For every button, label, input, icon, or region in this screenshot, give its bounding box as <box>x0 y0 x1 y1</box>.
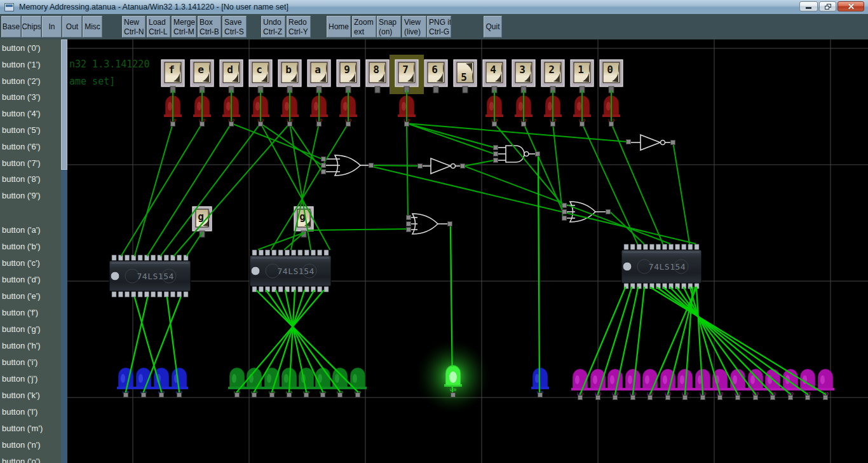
sidebar-item-button-7[interactable]: button ('7') <box>2 158 41 171</box>
led-magenta-11[interactable]: LED <box>764 369 782 396</box>
toolbar-button-in[interactable]: In <box>42 16 62 38</box>
sidebar-scrollbar-track[interactable] <box>61 39 67 463</box>
toolbar-button-label: In <box>48 22 55 32</box>
sidebar-item-button-f[interactable]: button ('f') <box>2 308 38 321</box>
toolbar-button-shortcut: Ctrl-M <box>173 27 194 37</box>
sidebar-item-button-4[interactable]: button ('4') <box>2 109 41 121</box>
switch-f[interactable]: f <box>161 60 184 93</box>
nand-gate-2[interactable] <box>496 146 538 162</box>
toolbar-button-box[interactable]: BoxCtrl-B <box>198 16 221 38</box>
not-gate-3[interactable] <box>628 135 673 150</box>
switch-label: 8 <box>373 64 379 76</box>
sidebar-item-button-5[interactable]: button ('5') <box>2 125 41 138</box>
switch-2[interactable]: 2 <box>541 60 564 93</box>
chip-74ls154-2[interactable]: 74LS154 <box>621 244 702 289</box>
not-gate-1[interactable] <box>420 158 463 174</box>
toolbar-button-out[interactable]: Out <box>62 16 82 38</box>
toolbar-button-label: Merge <box>173 18 194 27</box>
sidebar-item-button-0[interactable]: button ('0') <box>2 43 41 56</box>
title-bar[interactable]: Memory Addressing.atanua - Atanua/Win32 … <box>0 0 868 15</box>
toolbar-button-shortcut: Ctrl-N <box>124 27 144 37</box>
chip-74ls154-0[interactable]: 74LS154 <box>109 255 191 297</box>
sidebar-item-button-3[interactable]: button ('3') <box>2 92 41 105</box>
toolbar-button-label: Misc <box>85 22 100 32</box>
sidebar-item-button-j[interactable]: button ('j') <box>2 374 37 387</box>
toolbar-button-view[interactable]: View(live) <box>402 16 426 38</box>
switch-label: 4 <box>490 64 496 76</box>
sidebar-item-button-c[interactable]: button ('c') <box>2 258 40 271</box>
sidebar-scrollbar-thumb[interactable] <box>61 39 67 170</box>
toolbar-button-misc[interactable]: Misc <box>83 16 102 38</box>
toolbar-button-label: Undo <box>263 18 283 27</box>
toolbar-button-zoom-ext[interactable]: Zoomext <box>352 16 376 38</box>
switch-8[interactable]: 8 <box>366 60 389 93</box>
or-gate-0[interactable] <box>323 155 371 176</box>
switch-6[interactable]: 6 <box>424 60 447 93</box>
switch-1[interactable]: 1 <box>571 60 593 93</box>
switch-label: f <box>168 64 175 76</box>
circuit-canvas[interactable]: n32 1.3.141220ame set]74LS15474LS15474LS… <box>67 39 868 463</box>
toolbar-button-quit[interactable]: Quit <box>484 16 502 38</box>
sidebar-item-button-d[interactable]: button ('d') <box>2 275 41 287</box>
sidebar-item-button-k[interactable]: button ('k') <box>2 390 40 403</box>
app-icon <box>4 3 14 11</box>
sidebar-item-button-o[interactable]: button ('o') <box>2 457 41 463</box>
switch-d[interactable]: d <box>220 60 243 93</box>
sidebar-item-button-n[interactable]: button ('n') <box>2 440 41 453</box>
switch-label: a <box>315 64 321 76</box>
toolbar-button-png[interactable]: PNG itCtrl-G <box>427 16 451 38</box>
sidebar-item-button-i[interactable]: button ('i') <box>2 357 37 370</box>
sidebar-item-button-2[interactable]: button ('2') <box>2 76 41 89</box>
toolbar-button-new[interactable]: NewCtrl-N <box>122 16 146 38</box>
switch-a[interactable]: a <box>308 60 330 93</box>
toolbar-button-undo[interactable]: UndoCtrl-Z <box>261 16 285 38</box>
switch-label: c <box>256 64 262 76</box>
switch-c[interactable]: c <box>249 60 272 93</box>
toolbar-button-base[interactable]: Base <box>1 16 21 38</box>
circuit-svg[interactable]: n32 1.3.141220ame set]74LS15474LS15474LS… <box>67 39 868 463</box>
switch-0[interactable]: 0 <box>600 60 623 93</box>
switch-3[interactable]: 3 <box>512 60 535 93</box>
close-button[interactable] <box>837 1 864 11</box>
switch-5[interactable]: 5 <box>454 60 477 93</box>
toolbar-button-redo[interactable]: RedoCtrl-Y <box>287 16 311 38</box>
led-green-7[interactable]: LED <box>349 368 367 394</box>
restore-button[interactable] <box>819 1 836 11</box>
chip-label: 74LS154 <box>137 272 174 281</box>
sidebar-item-button-a[interactable]: button ('a') <box>2 225 41 238</box>
sidebar-item-button-l[interactable]: button ('l') <box>2 407 37 420</box>
switch-label: b <box>285 64 292 76</box>
switch-b[interactable]: b <box>278 60 301 93</box>
sidebar-item-button-e[interactable]: button ('e') <box>2 291 41 304</box>
app-window: Memory Addressing.atanua - Atanua/Win32 … <box>0 0 868 463</box>
sidebar-item-button-9[interactable]: button ('9') <box>2 191 41 204</box>
led-magenta-14[interactable]: LED <box>817 369 834 396</box>
toolbar-button-merge[interactable]: MergeCtrl-M <box>172 16 196 38</box>
sidebar-item-button-6[interactable]: button ('6') <box>2 142 41 155</box>
switch-label: g <box>198 211 204 223</box>
sidebar-item-button-8[interactable]: button ('8') <box>2 174 41 187</box>
switch-4[interactable]: 4 <box>483 60 506 93</box>
toolbar-button-shortcut: Ctrl-Y <box>288 27 309 37</box>
led-magenta-0[interactable]: LED <box>571 369 589 396</box>
switch-e[interactable]: e <box>191 60 214 93</box>
toolbar-button-snap[interactable]: Snap(on) <box>377 16 401 38</box>
sidebar-item-button-b[interactable]: button ('b') <box>2 242 41 254</box>
toolbar-button-chips[interactable]: Chips <box>22 16 41 38</box>
or-gate-5[interactable] <box>409 214 450 234</box>
toolbar-button-label: Save <box>224 18 245 27</box>
chip-74ls154-1[interactable]: 74LS154 <box>250 250 331 292</box>
switch-9[interactable]: 9 <box>337 60 360 93</box>
sidebar-item-button-1[interactable]: button ('1') <box>2 60 41 73</box>
toolbar-button-shortcut: Ctrl-S <box>224 27 245 37</box>
sidebar-item-button-m[interactable]: button ('m') <box>2 424 43 436</box>
toolbar-button-load[interactable]: LoadCtrl-L <box>147 16 170 38</box>
led-magenta-4[interactable]: LED <box>641 369 659 396</box>
minimize-button[interactable] <box>799 1 818 11</box>
toolbar-button-save[interactable]: SaveCtrl-S <box>222 16 247 38</box>
sidebar-item-button-h[interactable]: button ('h') <box>2 341 41 354</box>
led-magenta-13[interactable]: LED <box>799 369 817 396</box>
led-green-0[interactable]: LED <box>228 368 246 394</box>
toolbar-button-home[interactable]: Home <box>327 16 351 38</box>
sidebar-item-button-g[interactable]: button ('g') <box>2 324 41 337</box>
